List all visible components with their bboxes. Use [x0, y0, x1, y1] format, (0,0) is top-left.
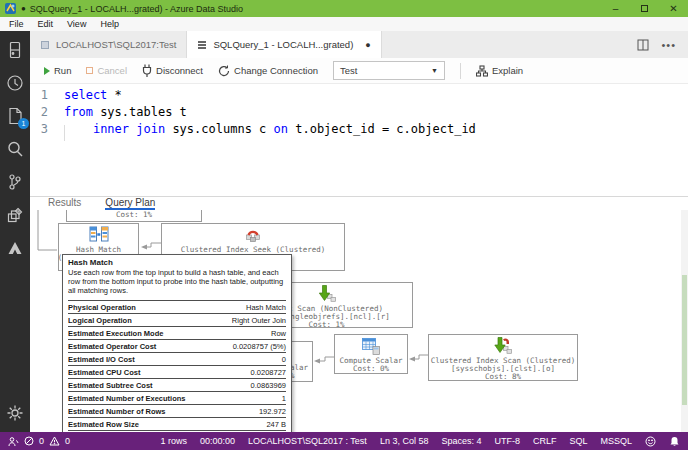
tab-dirty-dot: ● [365, 40, 370, 50]
plan-node-label: Cost: 1% [116, 211, 152, 219]
feedback-smiley-icon[interactable] [645, 436, 656, 447]
tooltip-row: Estimated CPU Cost0.0208727 [68, 365, 286, 378]
sql-code[interactable]: select *from sys.tables t inner join sys… [54, 87, 476, 196]
tooltip-row: Estimated I/O Cost0 [68, 352, 286, 365]
query-plan-canvas[interactable]: Cost: 1%Hash Match(Right Outer Join)Clus… [30, 210, 688, 432]
hash-match-icon [89, 226, 109, 244]
database-dropdown[interactable]: Test ▼ [333, 61, 445, 80]
status-item-crlf[interactable]: CRLF [533, 436, 557, 446]
plan-scrollbar-thumb[interactable] [682, 275, 687, 405]
status-bar: 0 0 1 rows00:00:00LOCALHOST\SQL2017 : Te… [0, 432, 688, 450]
errors-icon[interactable] [24, 436, 34, 446]
tooltip-row: Estimated Subtree Cost0.0863969 [68, 378, 286, 391]
status-item-spaces-4[interactable]: Spaces: 4 [441, 436, 481, 446]
code-line[interactable]: inner join sys.columns c on t.object_id … [64, 121, 476, 138]
plan-node-label: Clustered Index Seek (Clustered) [181, 246, 326, 254]
plan-node-clustered-index-scan[interactable]: Clustered Index Scan (Clustered)[sysscho… [428, 334, 578, 381]
tooltip-row: Estimated Number of Executions1 [68, 391, 286, 404]
plan-node-label: Cost: 0% [353, 365, 389, 373]
tab-sqlquery-1[interactable]: SQLQuery_1 - LOCALH...grated) ● [187, 31, 381, 58]
disconnect-plug-icon [142, 64, 152, 77]
tooltip-description: Use each row from the top input to build… [68, 268, 286, 295]
sql-editor[interactable]: 123 select *from sys.tables t inner join… [30, 84, 688, 196]
split-editor-icon[interactable] [637, 39, 649, 51]
compute-scalar-icon [361, 337, 381, 355]
run-icon [44, 67, 50, 75]
chevron-down-icon: ▼ [431, 67, 438, 74]
status-item-00-00-00[interactable]: 00:00:00 [200, 436, 235, 446]
panel-tab-results[interactable]: Results [48, 197, 81, 210]
hash-match-tooltip: Hash Match Use each row from the top inp… [62, 254, 292, 432]
explain-icon [476, 65, 488, 77]
panel-tab-query-plan[interactable]: Query Plan [105, 197, 155, 210]
code-line[interactable]: select * [64, 87, 476, 104]
results-panel: ResultsQuery Plan Cost: 1%Hash Match(Rig… [30, 196, 688, 432]
run-button[interactable]: Run [44, 65, 71, 76]
tooltip-row: Logical OperationRight Outer Join [68, 313, 286, 326]
more-actions-icon[interactable]: ••• [661, 39, 676, 51]
warning-count[interactable]: 0 [65, 436, 70, 446]
close-button[interactable]: ✕ [659, 0, 688, 17]
change-connection-icon [218, 65, 230, 77]
status-item-1-rows[interactable]: 1 rows [160, 436, 187, 446]
activity-bar: 1 [0, 31, 30, 432]
line-number: 2 [30, 104, 48, 121]
tooltip-rows: Physical OperationHash MatchLogical Oper… [68, 300, 286, 432]
code-line[interactable]: from sys.tables t [64, 104, 476, 121]
title-bar: ● SQLQuery_1 - LOCALH...grated) - Azure … [0, 0, 688, 17]
change-connection-button[interactable]: Change Connection [218, 65, 318, 77]
error-count[interactable]: 0 [39, 436, 44, 446]
maximize-button[interactable] [630, 0, 659, 17]
server-tab-icon [40, 40, 50, 50]
notebooks-icon[interactable]: 1 [6, 107, 24, 125]
search-icon[interactable] [6, 140, 24, 158]
tooltip-title: Hash Match [68, 258, 286, 267]
explain-button[interactable]: Explain [476, 65, 523, 77]
tooltip-row: Estimated Operator Cost0.0208757 (5%) [68, 339, 286, 352]
minimize-button[interactable]: – [601, 0, 630, 17]
remote-connection-icon[interactable] [8, 436, 19, 447]
task-history-icon[interactable] [6, 74, 24, 92]
query-toolbar: Run Cancel Disconnect Change Connection … [30, 58, 688, 84]
plan-scrollbar[interactable] [681, 210, 688, 432]
window-controls: – ✕ [601, 0, 688, 17]
menu-item-view[interactable]: View [60, 19, 93, 29]
notifications-bell-icon[interactable] [669, 436, 680, 447]
window-title: SQLQuery_1 - LOCALH...grated) - Azure Da… [30, 4, 243, 14]
tooltip-row: Estimated Number of Rows192.972 [68, 404, 286, 417]
warnings-icon[interactable] [49, 436, 60, 446]
cancel-button: Cancel [86, 65, 127, 76]
source-control-icon[interactable] [6, 173, 24, 191]
status-item-utf-8[interactable]: UTF-8 [494, 436, 520, 446]
editor-tab-bar: LOCALHOST\SQL2017:Test SQLQuery_1 - LOCA… [30, 31, 688, 58]
tab-localhost-sql2017-test[interactable]: LOCALHOST\SQL2017:Test [30, 31, 187, 58]
index-scan-icon [317, 285, 337, 303]
status-bar-right: 1 rows00:00:00LOCALHOST\SQL2017 : TestLn… [160, 436, 632, 446]
settings-gear-icon[interactable] [6, 404, 24, 422]
status-item-sql[interactable]: SQL [569, 436, 587, 446]
line-number: 1 [30, 87, 48, 104]
status-item-localhost-sql2017-test[interactable]: LOCALHOST\SQL2017 : Test [248, 436, 367, 446]
menu-item-help[interactable]: Help [93, 19, 126, 29]
plan-node-compute-scalar-0[interactable]: Compute ScalarCost: 0% [334, 334, 408, 374]
toolbar-separator [460, 63, 461, 79]
status-item-mssql[interactable]: MSSQL [600, 436, 632, 446]
plan-node-label: Cost: 8% [485, 373, 521, 381]
app-icon [5, 3, 16, 14]
tooltip-row: Physical OperationHash Match [68, 300, 286, 313]
plan-node-label: Cost: 1% [308, 321, 344, 329]
disconnect-button[interactable]: Disconnect [142, 64, 203, 77]
cancel-icon [86, 67, 93, 74]
extensions-icon[interactable] [6, 206, 24, 224]
title-dirty-dot: ● [21, 4, 26, 13]
menu-item-edit[interactable]: Edit [31, 19, 61, 29]
tooltip-row: Estimated Row Size247 B [68, 417, 286, 430]
tooltip-row: Estimated Execution ModeRow [68, 326, 286, 339]
plan-node-parent-cost[interactable]: Cost: 1% [66, 210, 202, 222]
azure-icon[interactable] [6, 239, 24, 257]
status-item-ln-3-col-58[interactable]: Ln 3, Col 58 [380, 436, 429, 446]
menu-item-file[interactable]: File [2, 19, 31, 29]
line-number-gutter: 123 [30, 87, 54, 196]
connections-icon[interactable] [6, 41, 24, 59]
indent-guide [64, 125, 65, 141]
